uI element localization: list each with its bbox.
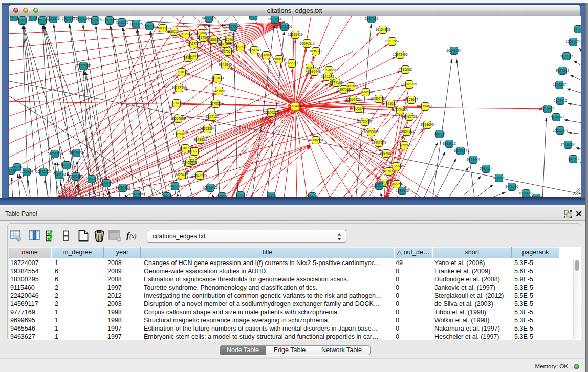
svg-text:14136141: 14136141 [372, 184, 387, 187]
svg-text:13353594: 13353594 [200, 127, 215, 130]
svg-text:16210643: 16210643 [549, 115, 564, 119]
svg-text:20053346: 20053346 [76, 64, 91, 68]
svg-text:23420046: 23420046 [186, 54, 201, 58]
svg-text:15716485: 15716485 [203, 186, 218, 189]
svg-text:3475645: 3475645 [221, 50, 234, 53]
svg-text:746266: 746266 [345, 84, 357, 88]
svg-text:8471676: 8471676 [505, 185, 518, 188]
svg-text:1696017: 1696017 [309, 49, 322, 53]
svg-text:16033809: 16033809 [201, 16, 216, 20]
svg-text:65123: 65123 [308, 194, 317, 197]
svg-text:1145194: 1145194 [53, 173, 66, 177]
svg-text:18724007: 18724007 [288, 104, 303, 108]
svg-text:164095: 164095 [434, 132, 445, 136]
svg-text:3217: 3217 [189, 159, 197, 162]
svg-text:6794028: 6794028 [322, 68, 336, 72]
svg-text:12905135: 12905135 [68, 174, 83, 178]
svg-text:8678334: 8678334 [193, 138, 207, 141]
svg-text:435061: 435061 [11, 165, 23, 169]
svg-text:9227342: 9227342 [556, 69, 569, 72]
svg-text:9146821: 9146821 [259, 53, 273, 57]
svg-text:391543: 391543 [9, 169, 16, 172]
svg-text:7357224: 7357224 [227, 25, 240, 28]
svg-text:8215955: 8215955 [541, 107, 554, 111]
svg-text:16648784: 16648784 [446, 49, 462, 52]
svg-text:1209387: 1209387 [553, 83, 566, 86]
svg-text:20175: 20175 [267, 194, 276, 197]
svg-text:20364436: 20364436 [345, 98, 361, 101]
svg-text:8186328: 8186328 [207, 38, 221, 41]
svg-text:7515526: 7515526 [115, 20, 128, 24]
svg-text:8813054: 8813054 [268, 17, 281, 21]
svg-text:8427552: 8427552 [212, 89, 226, 93]
svg-text:1615152: 1615152 [382, 169, 396, 173]
svg-text:1051325: 1051325 [129, 22, 143, 26]
svg-text:1244415: 1244415 [554, 99, 567, 102]
svg-text:125021: 125021 [216, 194, 228, 197]
svg-text:18495758: 18495758 [402, 115, 417, 118]
svg-text:11172: 11172 [574, 27, 581, 31]
svg-text:2718126: 2718126 [175, 70, 188, 74]
svg-text:15692971: 15692971 [553, 128, 568, 132]
svg-text:17957225: 17957225 [84, 177, 99, 181]
svg-text:15751074: 15751074 [565, 40, 581, 43]
svg-text:154121: 154121 [161, 194, 172, 197]
svg-text:12213967: 12213967 [384, 39, 400, 43]
svg-text:6879197: 6879197 [454, 149, 467, 152]
svg-text:1405571: 1405571 [16, 18, 29, 22]
svg-text:9115460: 9115460 [419, 104, 432, 108]
svg-text:19218506: 19218506 [277, 25, 292, 28]
svg-text:10688609: 10688609 [363, 130, 379, 134]
svg-text:18407249: 18407249 [371, 141, 386, 144]
svg-text:8990448: 8990448 [308, 70, 321, 73]
svg-text:9329966: 9329966 [560, 54, 573, 58]
svg-text:6497568: 6497568 [337, 87, 351, 91]
svg-text:116753: 116753 [568, 157, 579, 161]
svg-text:12213369: 12213369 [171, 86, 187, 90]
svg-text:15720407: 15720407 [357, 120, 373, 123]
svg-text:5498222: 5498222 [188, 149, 201, 153]
svg-text:8898695: 8898695 [421, 123, 434, 126]
svg-text:2967608: 2967608 [234, 45, 247, 49]
svg-text:16543362: 16543362 [186, 42, 201, 46]
svg-text:7625402: 7625402 [175, 173, 188, 177]
svg-text:9327505: 9327505 [219, 41, 232, 45]
svg-text:1610755: 1610755 [170, 101, 183, 105]
svg-text:2087682: 2087682 [365, 17, 378, 20]
svg-text:6322037: 6322037 [285, 61, 298, 65]
svg-text:1362615: 1362615 [303, 66, 316, 70]
svg-text:2803144: 2803144 [211, 76, 224, 80]
svg-text:20206536: 20206536 [47, 152, 62, 156]
svg-text:9463627: 9463627 [405, 98, 418, 101]
svg-text:16154808: 16154808 [375, 28, 390, 31]
svg-text:12923468: 12923468 [129, 192, 144, 196]
svg-text:1071915: 1071915 [89, 18, 102, 22]
svg-text:25300215: 25300215 [264, 111, 279, 114]
svg-text:3267130: 3267130 [206, 115, 219, 118]
svg-text:19384554: 19384554 [308, 138, 323, 142]
svg-text:16782759: 16782759 [115, 186, 130, 189]
svg-text:8912954: 8912954 [179, 32, 192, 36]
svg-text:117006: 117006 [210, 102, 221, 105]
svg-text:1588520: 1588520 [272, 57, 286, 61]
svg-text:252254: 252254 [391, 182, 402, 186]
svg-text:13325419: 13325419 [288, 33, 303, 36]
svg-text:12975115: 12975115 [402, 82, 417, 86]
svg-text:1527602: 1527602 [62, 17, 75, 20]
svg-text:9084007: 9084007 [380, 151, 393, 155]
svg-text:9245652: 9245652 [530, 196, 543, 197]
svg-text:9457791: 9457791 [168, 184, 182, 188]
svg-text:17859936: 17859936 [69, 151, 84, 155]
svg-text:19975867: 19975867 [59, 163, 74, 167]
svg-text:8938913: 8938913 [443, 142, 456, 145]
svg-text:19756928: 19756928 [397, 143, 412, 147]
svg-text:16914479: 16914479 [192, 173, 207, 177]
svg-text:8454749: 8454749 [248, 48, 261, 52]
svg-text:10025458: 10025458 [393, 108, 408, 112]
svg-text:9777169: 9777169 [330, 81, 343, 84]
svg-text:9474444: 9474444 [467, 158, 480, 161]
svg-text:1733426: 1733426 [396, 189, 409, 192]
svg-text:2935114: 2935114 [480, 167, 493, 170]
svg-text:10654112: 10654112 [519, 191, 534, 195]
svg-text:6466160: 6466160 [76, 17, 89, 20]
